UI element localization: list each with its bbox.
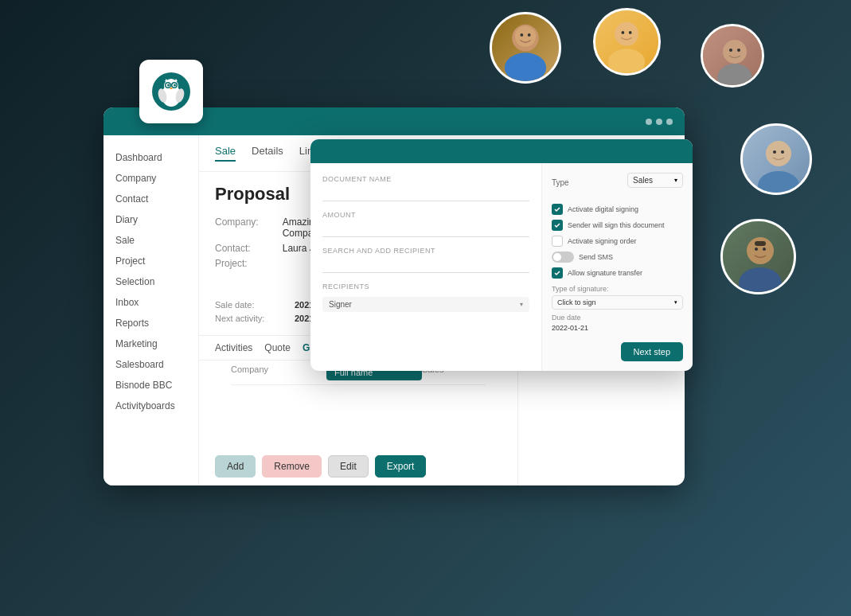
toggle-row-sms: Send SMS — [552, 251, 683, 263]
checkbox-sender-sign[interactable] — [552, 220, 563, 231]
type-select[interactable]: Sales ▾ — [627, 173, 683, 188]
remove-button[interactable]: Remove — [262, 455, 322, 478]
sidebar-item-bisnode[interactable]: Bisnode BBC — [103, 375, 198, 396]
checkbox-digital-signing[interactable] — [552, 204, 563, 215]
document-name-input[interactable] — [322, 186, 529, 201]
signer-select[interactable]: Signer ▾ — [322, 297, 529, 312]
signer-arrow-icon: ▾ — [520, 301, 523, 308]
checkbox-row-5: Allow signature transfer — [552, 267, 683, 279]
toggle-sms-label: Send SMS — [579, 253, 613, 261]
logo-box — [139, 60, 203, 123]
svg-point-12 — [737, 49, 740, 52]
checkbox-digital-signing-label: Activate digital signing — [568, 205, 638, 213]
sidebar-item-dashboard[interactable]: Dashboard — [103, 147, 198, 168]
modal-right-panel: Type Sales ▾ Activate digital signing Se… — [541, 163, 693, 371]
sidebar-item-inbox[interactable]: Inbox — [103, 292, 198, 313]
svg-rect-19 — [755, 241, 766, 246]
svg-point-20 — [755, 248, 758, 251]
title-dots — [646, 119, 673, 125]
edit-button[interactable]: Edit — [328, 455, 369, 478]
search-recipient-label: SEARCH AND ADD RECIPIENT — [322, 247, 529, 255]
avatar-5 — [720, 219, 796, 294]
svg-point-29 — [167, 84, 170, 87]
company-label: Company: — [215, 216, 259, 239]
amount-field: AMOUNT — [322, 211, 529, 237]
svg-point-4 — [528, 33, 531, 37]
next-step-button[interactable]: Next step — [621, 342, 683, 361]
document-name-field: DOCUMENT NAME — [322, 175, 529, 201]
avatar-3 — [701, 24, 764, 88]
search-recipient-input[interactable] — [322, 258, 529, 273]
checkbox-sender-sign-label: Sender will sign this document — [568, 221, 665, 229]
next-activity-label: Next activity: — [215, 314, 287, 323]
sidebar-item-sale[interactable]: Sale — [103, 230, 198, 251]
svg-point-8 — [629, 31, 632, 34]
modal-body: DOCUMENT NAME AMOUNT SEARCH AND ADD RECI… — [310, 163, 693, 371]
svg-point-15 — [773, 150, 776, 154]
svg-point-10 — [723, 40, 747, 64]
search-recipient-field: SEARCH AND ADD RECIPIENT — [322, 247, 529, 273]
signature-type-arrow-icon: ▾ — [674, 299, 677, 306]
tab-quote[interactable]: Quote — [264, 342, 291, 353]
toggle-sms-knob — [553, 253, 561, 261]
svg-point-30 — [174, 84, 176, 87]
amount-label: AMOUNT — [322, 211, 529, 219]
amount-input[interactable] — [322, 222, 529, 237]
sidebar-item-company[interactable]: Company — [103, 168, 198, 189]
sidebar-item-activityboards[interactable]: Activityboards — [103, 396, 198, 416]
checkbox-signing-order-label: Activate signing order — [568, 237, 637, 245]
avatar-1 — [490, 12, 561, 84]
signer-text: Signer — [329, 300, 352, 309]
checkbox-signing-order[interactable] — [552, 236, 563, 247]
sidebar-item-selection[interactable]: Selection — [103, 271, 198, 292]
action-buttons: Add Remove Edit Export — [199, 447, 442, 485]
checkbox-signature-transfer[interactable] — [552, 267, 563, 279]
svg-point-7 — [622, 31, 625, 34]
signature-type-row: Type of signature: Click to sign ▾ Due d… — [552, 285, 683, 332]
modal-overlay: DOCUMENT NAME AMOUNT SEARCH AND ADD RECI… — [310, 139, 693, 371]
add-button[interactable]: Add — [215, 455, 256, 478]
type-label: Type — [552, 178, 569, 187]
signature-type-value: Click to sign — [557, 298, 596, 306]
svg-point-6 — [615, 22, 638, 46]
checkbox-row-2: Sender will sign this document — [552, 220, 683, 231]
checkbox-row-1: Activate digital signing — [552, 204, 683, 215]
sidebar-item-contact[interactable]: Contact — [103, 189, 198, 209]
modal-form: DOCUMENT NAME AMOUNT SEARCH AND ADD RECI… — [310, 163, 541, 371]
recipients-label: RECIPIENTS — [322, 283, 529, 290]
tab-details[interactable]: Details — [252, 145, 283, 162]
owl-logo-icon — [151, 72, 191, 111]
type-select-arrow-icon: ▾ — [674, 177, 677, 184]
title-dot-2 — [656, 119, 662, 125]
sidebar-item-diary[interactable]: Diary — [103, 209, 198, 230]
due-date-value: 2022-01-21 — [552, 324, 588, 332]
svg-point-3 — [520, 33, 523, 37]
export-button[interactable]: Export — [375, 455, 427, 478]
project-label: Project: — [215, 258, 259, 269]
title-dot-3 — [666, 119, 673, 125]
document-name-label: DOCUMENT NAME — [322, 175, 529, 183]
svg-point-1 — [505, 53, 546, 81]
sidebar: Dashboard Company Contact Diary Sale Pro… — [103, 135, 199, 485]
tab-activities[interactable]: Activities — [215, 342, 252, 353]
tab-sale[interactable]: Sale — [215, 145, 236, 162]
svg-point-13 — [758, 171, 799, 193]
sidebar-item-marketing[interactable]: Marketing — [103, 333, 198, 354]
svg-point-2 — [515, 26, 536, 47]
sidebar-item-salesboard[interactable]: Salesboard — [103, 354, 198, 375]
sale-date-label: Sale date: — [215, 300, 287, 310]
signature-type-label: Type of signature: — [552, 285, 683, 293]
sidebar-item-reports[interactable]: Reports — [103, 313, 198, 333]
checkbox-row-3: Activate signing order — [552, 236, 683, 247]
avatar-2 — [593, 8, 661, 76]
toggle-sms[interactable] — [552, 251, 574, 263]
avatar-4 — [740, 123, 812, 195]
signature-type-select[interactable]: Click to sign ▾ — [552, 295, 683, 310]
due-date-label: Due date — [552, 314, 683, 322]
checkbox-signature-transfer-label: Allow signature transfer — [568, 269, 642, 277]
sidebar-item-project[interactable]: Project — [103, 251, 198, 271]
svg-point-9 — [717, 64, 752, 85]
svg-point-21 — [763, 248, 766, 251]
svg-point-5 — [608, 49, 645, 73]
modal-header — [310, 139, 693, 163]
